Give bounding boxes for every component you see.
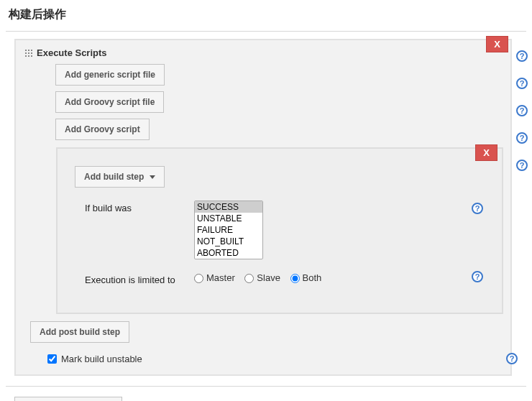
mark-build-unstable-label[interactable]: Mark build unstable: [61, 354, 142, 364]
radio-master[interactable]: Master: [194, 272, 235, 283]
post-build-section: X ? ? ? ? ? Execute Scripts Add generic …: [6, 31, 526, 387]
if-build-was-select[interactable]: SUCCESSUNSTABLEFAILURENOT_BUILTABORTED: [194, 200, 263, 259]
box-title: Execute Scripts: [24, 47, 503, 58]
add-groovy-script-button[interactable]: Add Groovy script: [55, 119, 150, 140]
help-icon[interactable]: ?: [472, 203, 483, 214]
execution-limit-radios: Master Slave Both: [194, 272, 329, 283]
chevron-down-icon: [150, 175, 155, 179]
help-icon[interactable]: ?: [516, 160, 528, 171]
radio-both-label: Both: [303, 272, 322, 283]
close-button[interactable]: X: [486, 36, 508, 52]
mark-build-unstable-checkbox[interactable]: [47, 354, 57, 364]
help-icon[interactable]: ?: [516, 50, 528, 62]
if-build-was-label: If build was: [85, 200, 178, 213]
drag-handle-icon[interactable]: [24, 49, 33, 57]
box-title-text: Execute Scripts: [37, 47, 107, 58]
close-button[interactable]: X: [475, 144, 497, 161]
help-icon[interactable]: ?: [516, 105, 528, 116]
add-groovy-script-file-button[interactable]: Add Groovy script file: [55, 91, 164, 113]
add-build-step-button[interactable]: Add build step: [75, 166, 165, 188]
execute-scripts-box: X ? ? ? ? ? Execute Scripts Add generic …: [14, 39, 512, 376]
execution-limit-label: Execution is limited to: [85, 272, 178, 285]
build-step-box: X Add build step If build was SUCCESSUNS…: [56, 147, 503, 314]
add-post-build-action-button[interactable]: 增加构建后操作步骤: [14, 397, 122, 401]
add-build-step-label: Add build step: [84, 172, 144, 182]
help-icon[interactable]: ?: [516, 78, 528, 89]
radio-both[interactable]: Both: [290, 272, 322, 283]
help-icon[interactable]: ?: [472, 271, 483, 282]
help-icon[interactable]: ?: [516, 132, 528, 144]
section-title: 构建后操作: [6, 0, 526, 31]
add-post-build-step-button[interactable]: Add post build step: [30, 321, 129, 343]
radio-master-label: Master: [206, 272, 235, 283]
radio-slave-label: Slave: [257, 272, 280, 283]
radio-slave[interactable]: Slave: [244, 272, 280, 283]
add-generic-script-file-button[interactable]: Add generic script file: [55, 64, 165, 86]
help-icon[interactable]: ?: [506, 353, 518, 364]
help-stack-outer: ? ? ? ? ?: [516, 50, 528, 171]
